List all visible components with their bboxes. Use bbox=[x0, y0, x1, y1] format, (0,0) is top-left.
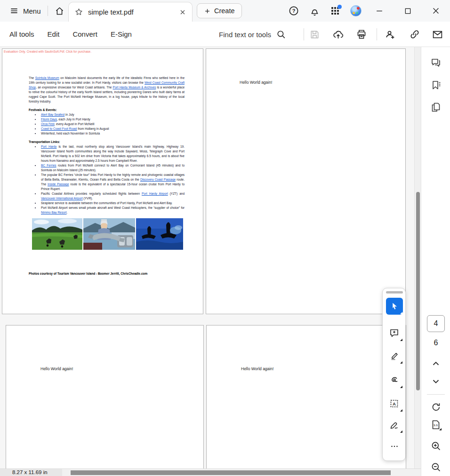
total-pages-label: 6 bbox=[421, 339, 450, 347]
doc-link[interactable]: Discovery Coast Passage bbox=[140, 178, 176, 181]
sign-tool-button[interactable] bbox=[386, 416, 403, 433]
evaluation-watermark[interactable]: Evaluation Only. Created with SautinSoft… bbox=[4, 50, 91, 53]
home-icon bbox=[55, 6, 64, 16]
list-item: Port McNeill Airport serves small privat… bbox=[40, 206, 185, 215]
text-box-icon: A bbox=[389, 398, 400, 409]
document-tab[interactable]: simple text.pdf bbox=[68, 2, 193, 22]
toolbar: All tools Edit Convert E-Sign Find text … bbox=[0, 22, 450, 47]
link-button[interactable] bbox=[408, 28, 421, 41]
page-thumbnails-button[interactable] bbox=[430, 101, 442, 113]
pdf-page-4[interactable]: Hello World again! bbox=[206, 325, 406, 468]
doc-link[interactable]: Vancouver International Airport bbox=[41, 197, 83, 200]
palette-drag-handle[interactable] bbox=[386, 291, 403, 294]
list-item: The popular BC Ferries “circle tour” lin… bbox=[40, 173, 185, 191]
envelope-icon bbox=[432, 29, 443, 40]
print-button[interactable] bbox=[355, 28, 368, 41]
find-control[interactable]: Find text or tools bbox=[219, 22, 286, 47]
request-signature-button[interactable] bbox=[383, 28, 396, 41]
vertical-scrollbar[interactable] bbox=[414, 47, 421, 468]
doc-link[interactable]: Sointula Museum bbox=[35, 76, 59, 79]
rotate-page-button[interactable] bbox=[430, 401, 442, 413]
actual-size-button[interactable]: 1:1 bbox=[430, 419, 442, 431]
help-icon: ? bbox=[288, 5, 299, 16]
add-comment-tool-button[interactable] bbox=[386, 325, 403, 341]
zoom-in-button[interactable] bbox=[430, 440, 442, 452]
page-number-input[interactable] bbox=[427, 315, 445, 332]
sidebar-divider bbox=[427, 394, 445, 395]
select-tool-button[interactable] bbox=[386, 298, 403, 315]
star-icon[interactable] bbox=[74, 8, 83, 16]
festivals-heading: Festivals & Events: bbox=[29, 108, 185, 112]
doc-link[interactable]: Inside Passage bbox=[48, 182, 69, 186]
doc-link[interactable]: Port Hardy Museum & Archives bbox=[113, 86, 156, 89]
doc-link[interactable]: Port Hardy Airport bbox=[142, 192, 168, 195]
pdf-page-3[interactable]: Hello World again! bbox=[6, 325, 204, 468]
edit-menu[interactable]: Edit bbox=[41, 22, 66, 47]
upload-cloud-button[interactable] bbox=[331, 28, 345, 41]
doc-link[interactable]: BC Ferries bbox=[41, 164, 56, 167]
cursor-arrow-icon bbox=[390, 301, 399, 311]
bookmarks-panel-button[interactable] bbox=[430, 79, 442, 91]
tab-title: simple text.pdf bbox=[88, 8, 174, 16]
pdf-page-1[interactable]: Evaluation Only. Created with SautinSoft… bbox=[2, 48, 203, 314]
bookmark-icon bbox=[430, 79, 442, 91]
doc-link[interactable]: Orca Fest bbox=[41, 122, 55, 126]
titlebar: Menu simple text.pdf Create ? bbox=[0, 0, 450, 22]
doc-link[interactable]: Nimmo Bay Resort bbox=[41, 211, 67, 214]
minimize-icon bbox=[375, 6, 384, 16]
apps-button[interactable] bbox=[329, 4, 342, 17]
transportation-list: Port Hardy is the last, most northerly s… bbox=[29, 144, 185, 215]
menu-button[interactable]: Menu bbox=[5, 0, 46, 22]
close-window-button[interactable] bbox=[422, 0, 450, 22]
add-text-tool-button[interactable]: A bbox=[386, 395, 403, 412]
vertical-scrollbar-thumb[interactable] bbox=[416, 192, 420, 390]
person-plus-icon bbox=[384, 29, 396, 40]
photo-row bbox=[32, 218, 185, 250]
horizontal-scrollbar-thumb[interactable] bbox=[71, 470, 391, 475]
email-button[interactable] bbox=[431, 28, 444, 41]
doc-link[interactable]: Port Hardy bbox=[41, 145, 56, 148]
document-canvas[interactable]: Evaluation Only. Created with SautinSoft… bbox=[0, 47, 414, 468]
tab-close-icon[interactable] bbox=[179, 8, 186, 16]
account-button[interactable] bbox=[349, 4, 362, 17]
svg-text:?: ? bbox=[292, 8, 296, 14]
maximize-button[interactable] bbox=[394, 0, 422, 22]
titlebar-divider bbox=[48, 6, 48, 16]
chevron-down-icon bbox=[431, 376, 441, 387]
esign-menu[interactable]: E-Sign bbox=[104, 22, 138, 47]
minimize-button[interactable] bbox=[365, 0, 394, 22]
doc-link[interactable]: Alert Bay Seafest bbox=[41, 113, 64, 116]
help-button[interactable]: ? bbox=[287, 4, 300, 17]
zoom-out-button[interactable] bbox=[430, 461, 442, 473]
list-item: Pacific Coastal Airlines provides regula… bbox=[40, 191, 185, 201]
svg-text:A: A bbox=[393, 401, 396, 406]
draw-tool-button[interactable] bbox=[386, 372, 403, 389]
convert-menu[interactable]: Convert bbox=[66, 22, 104, 47]
titlebar-icons: ? bbox=[287, 0, 362, 22]
home-button[interactable] bbox=[50, 0, 69, 22]
cloud-upload-icon bbox=[332, 29, 344, 40]
all-tools-menu[interactable]: All tools bbox=[3, 22, 41, 47]
pdf-page-2[interactable]: Hello World again! bbox=[206, 48, 406, 314]
highlight-tool-button[interactable] bbox=[386, 347, 403, 364]
next-page-button[interactable] bbox=[430, 375, 442, 388]
toolbar-divider bbox=[304, 28, 304, 40]
signature-pen-icon bbox=[389, 419, 400, 430]
list-item: Seaplane service is available between th… bbox=[40, 201, 185, 206]
save-button bbox=[308, 28, 321, 41]
doc-link[interactable]: Filomi Days bbox=[41, 118, 57, 121]
list-item: BC Ferries routes from Port McNeill conn… bbox=[40, 163, 185, 173]
more-tools-button[interactable] bbox=[386, 438, 403, 455]
create-button[interactable]: Create bbox=[197, 3, 242, 18]
photo-fisherman-salmon bbox=[83, 218, 135, 250]
photo-credit: Photos courtesy of Tourism Vancouver Isl… bbox=[29, 271, 185, 276]
text-segment: routes from Port McNeill connect to Aler… bbox=[41, 164, 185, 172]
text-segment: , every August in Port McNeill bbox=[55, 122, 95, 126]
list-item: Port Hardy is the last, most northerly s… bbox=[40, 144, 185, 163]
doc-link[interactable]: Coast to Coast Foot Roast bbox=[41, 127, 77, 130]
comments-panel-button[interactable] bbox=[430, 56, 442, 69]
find-label: Find text or tools bbox=[219, 31, 271, 39]
notifications-button[interactable] bbox=[308, 4, 321, 17]
menu-label: Menu bbox=[23, 7, 41, 15]
previous-page-button[interactable] bbox=[430, 357, 442, 370]
